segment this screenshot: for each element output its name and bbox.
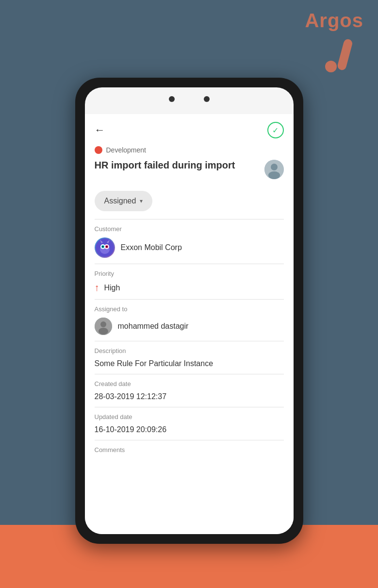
user-avatar <box>264 160 284 179</box>
argos-logo: Argos <box>305 10 363 32</box>
argos-decorative-icon <box>322 36 366 75</box>
status-dropdown[interactable]: Assigned ▾ <box>95 191 153 211</box>
svg-point-17 <box>99 328 108 335</box>
comments-section-label: Comments <box>95 446 284 454</box>
tag-row: Development <box>85 144 294 158</box>
customer-name: Exxon Mobil Corp <box>121 243 182 252</box>
updated-date-label: Updated date <box>95 413 284 420</box>
priority-value: High <box>104 284 120 292</box>
svg-rect-1 <box>337 38 353 71</box>
assigned-section: Assigned to mohammed dastagir <box>85 300 294 341</box>
svg-point-3 <box>271 164 278 170</box>
priority-row: ↑ High <box>95 282 284 293</box>
back-button[interactable]: ← <box>95 124 105 136</box>
updated-date-value: 16-10-2019 20:09:26 <box>95 425 284 434</box>
customer-section: Customer <box>85 219 294 264</box>
assigned-section-label: Assigned to <box>95 305 284 313</box>
customer-row: Exxon Mobil Corp <box>95 237 284 258</box>
status-label: Assigned <box>104 197 136 205</box>
dropdown-arrow-icon: ▾ <box>140 198 143 204</box>
description-value: Some Rule For Particular Instance <box>95 359 284 368</box>
phone-screen: ← ✓ Development HR import failed during … <box>85 87 294 534</box>
customer-avatar <box>95 237 115 258</box>
comments-section: Comments <box>85 440 294 464</box>
tag-label: Development <box>106 146 147 154</box>
updated-date-section: Updated date 16-10-2019 20:09:26 <box>85 407 294 440</box>
app-header: ← ✓ <box>85 114 294 144</box>
check-mark-icon: ✓ <box>272 126 279 135</box>
created-date-section: Created date 28-03-2019 12:12:37 <box>85 374 294 407</box>
svg-point-11 <box>102 246 103 248</box>
priority-section: Priority ↑ High <box>85 264 294 299</box>
assignee-name: mohammed dastagir <box>118 322 189 331</box>
svg-point-12 <box>106 246 107 248</box>
svg-point-4 <box>268 171 280 179</box>
assigned-row: mohammed dastagir <box>95 318 284 335</box>
created-date-value: 28-03-2019 12:12:37 <box>95 392 284 401</box>
phone-top-bar <box>85 96 294 102</box>
app-content: ← ✓ Development HR import failed during … <box>85 114 294 534</box>
svg-point-16 <box>100 321 106 327</box>
svg-point-0 <box>325 61 337 72</box>
created-date-label: Created date <box>95 380 284 387</box>
priority-section-label: Priority <box>95 270 284 277</box>
title-row: HR import failed during import <box>85 158 294 187</box>
complete-button[interactable]: ✓ <box>267 122 284 138</box>
phone-frame: ← ✓ Development HR import failed during … <box>75 78 303 544</box>
priority-arrow-icon: ↑ <box>95 282 99 293</box>
tag-dot-icon <box>95 146 102 154</box>
description-section: Description Some Rule For Particular Ins… <box>85 341 294 374</box>
issue-title: HR import failed during import <box>95 160 264 171</box>
camera-left <box>169 96 175 102</box>
status-button-row: Assigned ▾ <box>85 187 294 219</box>
description-section-label: Description <box>95 347 284 354</box>
camera-right <box>204 96 210 102</box>
assignee-avatar <box>95 318 112 335</box>
customer-section-label: Customer <box>95 225 284 233</box>
